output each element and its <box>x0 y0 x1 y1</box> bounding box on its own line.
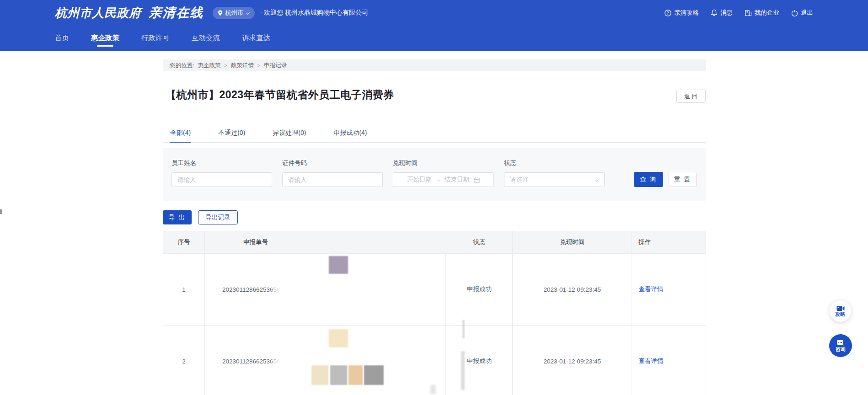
nav-item-interaction[interactable]: 互动交流 <box>192 26 220 51</box>
table-toolbar: 导 出 导出记录 <box>163 210 238 225</box>
date-range-separator: ~ <box>436 176 440 183</box>
row-order-no: 20230112866253656 <box>205 254 446 326</box>
edge-artifact <box>0 209 2 214</box>
nav-item-appeals[interactable]: 诉求直达 <box>242 26 270 51</box>
search-button[interactable]: 查 询 <box>634 172 663 187</box>
declaration-records-table: 序号 申报单号 状态 兑现时间 操作 1 20230112866253656 申… <box>163 231 706 395</box>
export-button[interactable]: 导 出 <box>163 210 192 224</box>
link-label: 我的企业 <box>755 9 779 17</box>
row-redeem-time: 2023-01-12 09:23:45 <box>513 254 632 326</box>
status-select-placeholder: 请选择 <box>510 176 529 184</box>
page-title: 【杭州市】2023年春节留杭省外员工电子消费券 <box>166 88 394 102</box>
consult-float-label: 咨询 <box>836 347 846 352</box>
redaction-blob-strip <box>311 365 384 385</box>
employee-name-label: 员工姓名 <box>171 159 196 167</box>
row-status: 申报成功 <box>446 326 513 395</box>
filter-panel: 员工姓名 证件号码 兑现时间 状态 开始日期 ~ 结束日期 请选择 查 询 重 … <box>163 148 706 201</box>
power-icon <box>791 10 798 16</box>
redeem-time-label: 兑现时间 <box>393 159 418 167</box>
column-header-order-no: 申报单号 <box>205 231 446 254</box>
chevron-down-icon <box>595 178 599 181</box>
breadcrumb-item-current: 申报记录 <box>264 62 287 69</box>
row-index: 2 <box>163 326 205 395</box>
city-badge-label: 杭州市 <box>225 9 244 17</box>
link-messages[interactable]: 消息 <box>711 9 733 17</box>
guide-float-button[interactable]: 攻略 <box>830 300 851 322</box>
redaction-blob <box>329 329 348 347</box>
employee-name-input[interactable] <box>171 172 272 187</box>
calendar-icon <box>474 177 480 183</box>
id-number-label: 证件号码 <box>282 159 307 167</box>
row-redeem-time: 2023-01-12 09:23:45 <box>513 326 632 395</box>
redaction-blob <box>329 256 348 274</box>
redeem-time-range-picker[interactable]: 开始日期 ~ 结束日期 <box>393 172 494 187</box>
status-tabs: 全部(4) 不通过(0) 异议处理(0) 申报成功(4) <box>163 123 706 143</box>
video-camera-icon <box>836 305 845 311</box>
back-button[interactable]: 返 回 <box>676 90 706 103</box>
table-row: 1 20230112866253656 申报成功 2023-01-12 09:2… <box>163 254 706 326</box>
row-status: 申报成功 <box>446 254 513 326</box>
question-circle-icon: ? <box>664 10 671 16</box>
nav-item-policies[interactable]: 惠企政策 <box>91 26 119 51</box>
table-header-row: 序号 申报单号 状态 兑现时间 操作 <box>163 231 706 254</box>
chevron-down-icon <box>246 11 250 15</box>
tab-rejected[interactable]: 不通过(0) <box>218 123 245 142</box>
breadcrumb-separator: > <box>257 63 260 68</box>
reset-button[interactable]: 重 置 <box>669 172 697 187</box>
view-detail-link[interactable]: 查看详情 <box>638 357 663 365</box>
breadcrumb: 您的位置: 惠企政策 > 政策详情 > 申报记录 <box>163 59 706 71</box>
link-label: 亲清攻略 <box>674 9 699 17</box>
redaction-smudge <box>462 320 465 338</box>
export-records-button[interactable]: 导出记录 <box>198 210 238 224</box>
building-icon <box>745 10 752 16</box>
redaction-smudge <box>461 351 465 390</box>
tab-all[interactable]: 全部(4) <box>170 123 191 142</box>
chat-bubble-icon <box>836 340 845 347</box>
start-date-placeholder: 开始日期 <box>407 176 432 184</box>
breadcrumb-item-policies[interactable]: 惠企政策 <box>198 62 220 69</box>
brand-logo-text: 亲清在线 <box>149 4 204 21</box>
city-selector[interactable]: 杭州市 <box>213 7 255 19</box>
breadcrumb-item-policy-detail[interactable]: 政策详情 <box>231 62 254 69</box>
column-header-index: 序号 <box>163 231 205 254</box>
link-my-enterprise[interactable]: 我的企业 <box>745 9 779 17</box>
status-select[interactable]: 请选择 <box>504 172 605 187</box>
row-index: 1 <box>163 254 205 326</box>
site-logo: 杭州市人民政府 亲清在线 <box>55 4 204 21</box>
consult-float-button[interactable]: 咨询 <box>829 334 852 357</box>
tab-dispute[interactable]: 异议处理(0) <box>273 123 306 142</box>
breadcrumb-separator: > <box>224 63 227 68</box>
svg-text:?: ? <box>667 11 669 15</box>
id-number-input[interactable] <box>282 172 383 187</box>
column-header-status: 状态 <box>446 231 513 254</box>
location-pin-icon <box>218 10 223 16</box>
link-label: 消息 <box>720 9 733 17</box>
redaction-smudge <box>430 385 436 394</box>
guide-float-label: 攻略 <box>836 312 846 317</box>
view-detail-link[interactable]: 查看详情 <box>638 285 663 294</box>
nav-item-admin-permits[interactable]: 行政许可 <box>141 26 170 51</box>
bell-icon <box>711 9 718 16</box>
breadcrumb-prefix: 您的位置: <box>170 62 194 69</box>
tab-success[interactable]: 申报成功(4) <box>333 123 367 142</box>
column-header-redeem-time: 兑现时间 <box>513 231 632 254</box>
header-quick-links: ? 亲清攻略 消息 我的企业 退出 <box>664 9 813 17</box>
gov-logo-text: 杭州市人民政府 <box>55 5 141 21</box>
end-date-placeholder: 结束日期 <box>445 176 469 184</box>
link-logout[interactable]: 退出 <box>791 9 813 17</box>
link-qinqing-guide[interactable]: ? 亲清攻略 <box>664 9 699 17</box>
link-label: 退出 <box>801 9 813 17</box>
column-header-actions: 操作 <box>632 231 706 254</box>
welcome-text: · 欢迎您 杭州水晶城购物中心有限公司 <box>260 9 368 17</box>
main-nav: 首页 惠企政策 行政许可 互动交流 诉求直达 <box>0 26 868 51</box>
nav-item-home[interactable]: 首页 <box>55 26 69 51</box>
status-label: 状态 <box>504 159 516 167</box>
top-header: 杭州市人民政府 亲清在线 杭州市 · 欢迎您 杭州水晶城购物中心有限公司 ? 亲… <box>0 0 868 26</box>
